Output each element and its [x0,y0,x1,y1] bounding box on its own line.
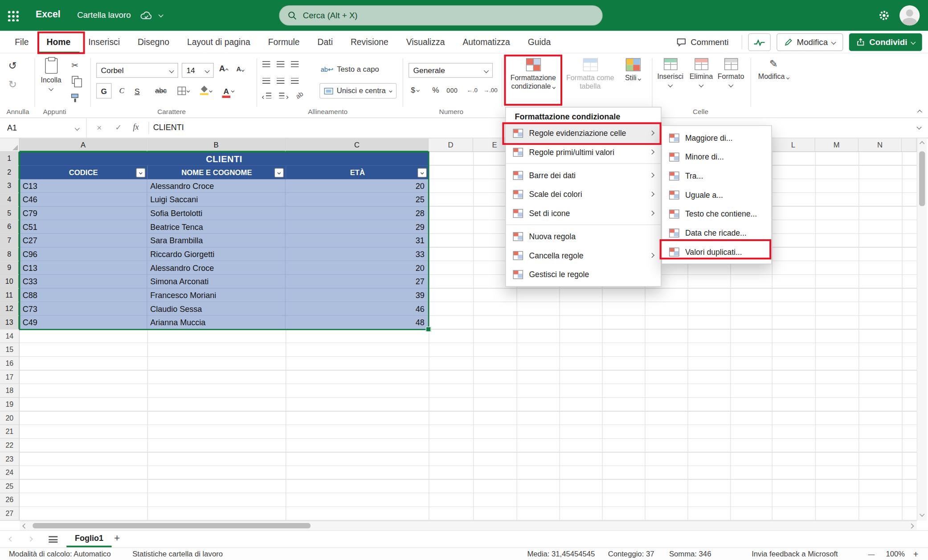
row-header-18[interactable]: 18 [0,384,20,398]
tab-visualizza[interactable]: Visualizza [397,31,454,53]
cell-codice[interactable]: C96 [20,248,147,262]
document-name[interactable]: Cartella lavoro [77,10,131,20]
wrap-text-button[interactable]: ab↩ Testo a capo [321,65,379,74]
column-header-C[interactable]: C [286,139,429,152]
column-header-partial[interactable] [902,139,916,152]
thousands-button[interactable]: 000 [446,87,458,94]
cell-eta[interactable]: 27 [286,275,429,289]
sheet-tab-foglio1[interactable]: Foglio1 [66,531,111,547]
row-header-7[interactable]: 7 [0,234,20,248]
submenu-item-minore-di[interactable]: Minore di... [662,147,771,167]
submenu-item-tra[interactable]: Tra... [662,166,771,185]
text-orientation-button[interactable]: ab [294,90,305,100]
cf-item-nuova-regola[interactable]: Nuova regola [506,227,661,246]
cf-item-set-di-icone[interactable]: Set di icone [506,204,661,223]
document-chevron-icon[interactable] [159,12,164,17]
feedback-link[interactable]: Invia feedback a Microsoft [752,548,838,560]
table-row[interactable]: C13Alessandro Croce20 [20,261,429,275]
row-header-16[interactable]: 16 [0,357,20,371]
undo-button[interactable]: ↺ [8,59,17,72]
shrink-font-button[interactable]: A [236,65,244,73]
tab-revisione[interactable]: Revisione [342,31,397,53]
align-left-button[interactable] [262,77,270,86]
scroll-down-icon[interactable] [920,511,924,516]
underline-button[interactable]: S [130,83,145,99]
tab-automatizza[interactable]: Automatizza [454,31,519,53]
row-header-13[interactable]: 13 [0,316,20,330]
zoom-out-button[interactable]: — [868,548,875,560]
font-size-select[interactable]: 14 [182,63,214,78]
copy-button[interactable] [72,76,78,86]
filter-button[interactable] [136,168,145,177]
cell-eta[interactable]: 46 [286,302,429,316]
row-header-27[interactable]: 27 [0,507,20,521]
cell-eta[interactable]: 39 [286,289,429,302]
share-button[interactable]: Condividi [849,33,922,51]
sum-status[interactable]: Somma: 346 [669,548,711,560]
italic-button[interactable]: C [114,83,130,99]
row-header-4[interactable]: 4 [0,193,20,207]
redo-button[interactable]: ↻ [8,78,17,91]
table-row[interactable]: C79Sofia Bertolotti28 [20,207,429,221]
column-header-L[interactable]: L [772,139,815,152]
bold-button[interactable]: G [96,83,112,99]
cell-eta[interactable]: 33 [286,248,429,262]
currency-button[interactable]: $ [411,86,419,94]
editing-mode-dropdown[interactable]: Modifica [777,33,843,51]
row-header-14[interactable]: 14 [0,330,20,343]
prev-sheet-icon[interactable] [9,536,14,541]
app-name[interactable]: Excel [36,9,61,20]
row-header-26[interactable]: 26 [0,493,20,507]
scroll-left-icon[interactable] [22,523,27,528]
app-launcher-icon[interactable] [7,10,19,21]
insert-cells-button[interactable]: Inserisci [655,58,685,87]
submenu-item-maggiore-di[interactable]: Maggiore di... [662,128,771,147]
cf-item-cancella-regole[interactable]: Cancella regole [506,246,661,265]
settings-gear-icon[interactable] [878,9,890,21]
table-row[interactable]: C13Alessandro Croce20 [20,179,429,193]
cell-eta[interactable]: 31 [286,234,429,248]
cell-eta[interactable]: 20 [286,261,429,275]
workbook-stats-status[interactable]: Statistiche cartella di lavoro [132,548,223,560]
borders-button[interactable] [176,83,191,99]
align-right-button[interactable] [291,77,298,86]
row-header-1[interactable]: 1 [0,152,20,166]
header-cell-eta[interactable]: ETÀ [286,166,429,180]
percent-button[interactable]: % [432,86,439,94]
comments-button[interactable]: Commenti [669,33,736,51]
row-header-2[interactable]: 2 [0,166,20,180]
row-header-6[interactable]: 6 [0,220,20,234]
cell-nome[interactable]: Simona Arconati [147,275,286,289]
format-painter-button[interactable] [71,91,78,100]
cell-styles-button[interactable]: Stili [619,58,647,82]
grow-font-button[interactable]: A [219,64,228,73]
filter-button[interactable] [417,168,427,177]
cell-nome[interactable]: Sara Brambilla [147,234,286,248]
row-header-8[interactable]: 8 [0,248,20,262]
next-sheet-icon[interactable] [28,536,33,541]
cell-eta[interactable]: 20 [286,179,429,193]
submenu-item-data-che-ricade[interactable]: Data che ricade... [662,223,771,242]
tab-home[interactable]: Home [37,31,79,53]
expand-formula-bar-icon[interactable] [916,125,921,130]
cell-codice[interactable]: C73 [20,302,147,316]
zoom-in-button[interactable]: + [913,548,919,560]
column-header-B[interactable]: B [147,139,286,152]
row-header-10[interactable]: 10 [0,275,20,289]
tab-guida[interactable]: Guida [519,31,560,53]
increase-indent-button[interactable] [279,93,288,100]
name-box[interactable]: A1 [0,118,87,138]
row-header-3[interactable]: 3 [0,179,20,193]
cell-nome[interactable]: Alessandro Croce [147,179,286,193]
align-bottom-button[interactable] [291,61,298,69]
row-header-9[interactable]: 9 [0,261,20,275]
column-header-M[interactable]: M [815,139,859,152]
cancel-button[interactable]: × [97,123,102,132]
scroll-up-icon[interactable] [920,141,924,146]
cell-nome[interactable]: Francesco Moriani [147,289,286,302]
submenu-item-testo-che-contiene[interactable]: Testo che contiene... [662,204,771,223]
cell-eta[interactable]: 25 [286,193,429,207]
cell-nome[interactable]: Claudio Sessa [147,302,286,316]
row-header-11[interactable]: 11 [0,289,20,302]
cell-eta[interactable]: 48 [286,316,429,330]
